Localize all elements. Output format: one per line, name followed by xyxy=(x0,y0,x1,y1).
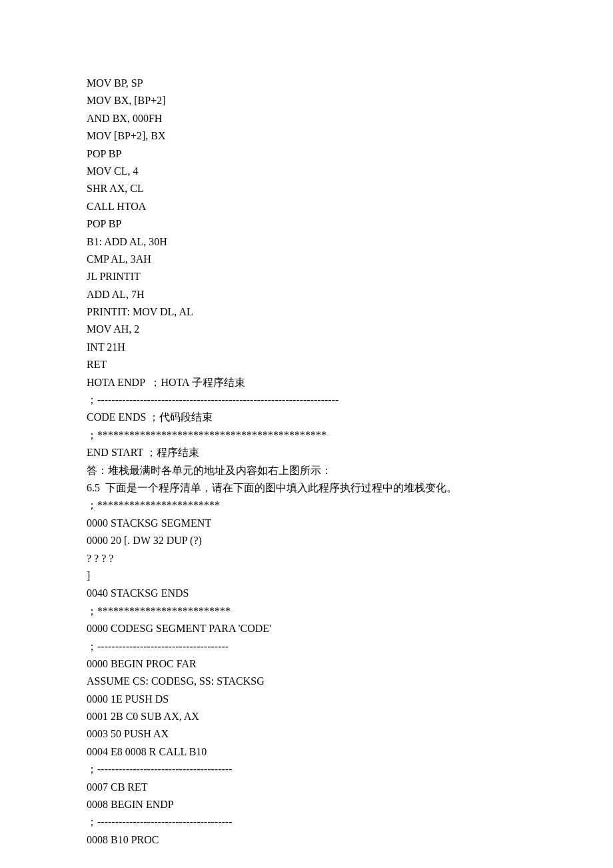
code-line: ADD AL, 7H xyxy=(87,286,526,303)
code-line: PRINTIT: MOV DL, AL xyxy=(87,303,526,321)
code-line: MOV BP, SP xyxy=(87,75,526,92)
code-line: ] xyxy=(87,567,526,585)
code-line: HOTA ENDP ；HOTA 子程序结束 xyxy=(87,374,526,391)
code-line: 0008 BEGIN ENDP xyxy=(87,796,526,813)
code-line: 答：堆栈最满时各单元的地址及内容如右上图所示： xyxy=(87,462,526,479)
code-line: SHR AX, CL xyxy=(87,180,526,197)
code-line: CODE ENDS ；代码段结束 xyxy=(87,409,526,426)
code-line: JL PRINTIT xyxy=(87,268,526,285)
code-line: END START ；程序结束 xyxy=(87,444,526,461)
code-line: 0008 B10 PROC xyxy=(87,831,526,849)
code-line: MOV AH, 2 xyxy=(87,321,526,338)
code-line: ；-------------------------------------- xyxy=(87,813,526,831)
code-line: 0000 1E PUSH DS xyxy=(87,691,526,708)
code-line: 0001 2B C0 SUB AX, AX xyxy=(87,708,526,725)
code-line: ；***************************************… xyxy=(87,427,526,444)
code-line: 0000 BEGIN PROC FAR xyxy=(87,655,526,673)
code-line: MOV BX, [BP+2] xyxy=(87,92,526,109)
code-line: ；************************* xyxy=(87,603,526,620)
document-content: MOV BP, SPMOV BX, [BP+2]AND BX, 000FHMOV… xyxy=(87,75,526,849)
code-line: RET xyxy=(87,356,526,373)
code-line: 0000 20 [. DW 32 DUP (?) xyxy=(87,532,526,549)
code-line: MOV CL, 4 xyxy=(87,163,526,180)
code-line: ；---------------------------------------… xyxy=(87,391,526,409)
code-line: INT 21H xyxy=(87,339,526,356)
code-line: 0040 STACKSG ENDS xyxy=(87,585,526,602)
code-line: 0007 CB RET xyxy=(87,779,526,796)
code-line: 6.5 下面是一个程序清单，请在下面的图中填入此程序执行过程中的堆栈变化。 xyxy=(87,479,526,497)
code-line: 0004 E8 0008 R CALL B10 xyxy=(87,743,526,761)
code-line: POP BP xyxy=(87,215,526,233)
code-line: 0000 STACKSG SEGMENT xyxy=(87,515,526,532)
code-line: 0003 50 PUSH AX xyxy=(87,725,526,743)
code-line: ；*********************** xyxy=(87,497,526,514)
code-line: ASSUME CS: CODESG, SS: STACKSG xyxy=(87,673,526,690)
code-line: ；------------------------------------- xyxy=(87,638,526,655)
code-line: CMP AL, 3AH xyxy=(87,251,526,268)
code-line: AND BX, 000FH xyxy=(87,110,526,127)
code-line: ；-------------------------------------- xyxy=(87,761,526,778)
code-line: MOV [BP+2], BX xyxy=(87,127,526,145)
code-line: POP BP xyxy=(87,145,526,163)
code-line: CALL HTOA xyxy=(87,198,526,215)
code-line: ? ? ? ? xyxy=(87,550,526,567)
code-line: B1: ADD AL, 30H xyxy=(87,233,526,251)
code-line: 0000 CODESG SEGMENT PARA 'CODE' xyxy=(87,620,526,637)
